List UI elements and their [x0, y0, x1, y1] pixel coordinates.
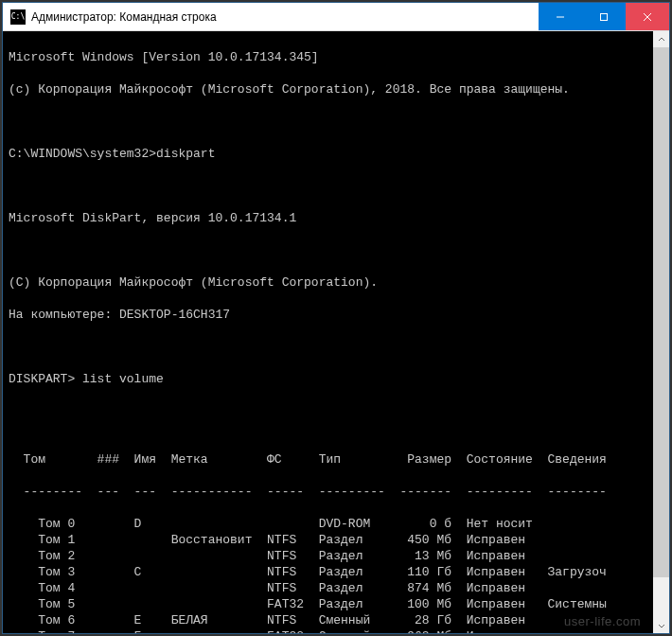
maximize-icon	[599, 12, 609, 22]
scroll-up-button[interactable]	[653, 31, 669, 47]
titlebar[interactable]: C:\ Администратор: Командная строка	[3, 3, 669, 31]
vertical-scrollbar[interactable]	[653, 31, 669, 633]
window-title: Администратор: Командная строка	[31, 10, 539, 24]
prompt-line: DISKPART> list volume	[9, 371, 662, 387]
blank-line	[9, 339, 662, 355]
close-button[interactable]	[626, 3, 669, 30]
chevron-down-icon	[658, 622, 665, 629]
table-row: Том 5 FAT32 Раздел 100 Мб Исправен Систе…	[9, 596, 662, 612]
table-row: Том 4 NTFS Раздел 874 Мб Исправен	[9, 580, 662, 596]
table-row: Том 3 C NTFS Раздел 110 Гб Исправен Загр…	[9, 564, 662, 580]
app-icon: C:\	[10, 9, 26, 25]
watermark: user-life.com	[564, 613, 641, 629]
output-line: Microsoft DiskPart, версия 10.0.17134.1	[9, 210, 662, 226]
blank-line	[9, 242, 662, 258]
minimize-icon	[556, 12, 565, 22]
volume-table: Том ### Имя Метка ФС Тип Размер Состояни…	[9, 435, 662, 633]
table-row: Том 1 Восстановит NTFS Раздел 450 Мб Исп…	[9, 532, 662, 548]
table-divider: -------- --- --- ----------- ----- -----…	[9, 484, 662, 500]
window-frame: C:\ Администратор: Командная строка Micr…	[2, 2, 670, 634]
terminal-output[interactable]: Microsoft Windows [Version 10.0.17134.34…	[3, 31, 669, 633]
scrollbar-thumb[interactable]	[653, 47, 669, 577]
blank-line	[9, 403, 662, 419]
blank-line	[9, 178, 662, 194]
scrollbar-track[interactable]	[653, 47, 669, 617]
diskpart-prompt: DISKPART>	[9, 372, 82, 386]
scroll-down-button[interactable]	[653, 617, 669, 633]
output-line: (с) Корпорация Майкрософт (Microsoft Cor…	[9, 81, 662, 97]
command-text: list volume	[82, 372, 164, 386]
table-row: Том 0 D DVD-ROM 0 б Нет носит	[9, 516, 662, 532]
chevron-up-icon	[658, 36, 665, 44]
minimize-button[interactable]	[539, 3, 582, 30]
table-header: Том ### Имя Метка ФС Тип Размер Состояни…	[9, 451, 662, 468]
table-row: Том 2 NTFS Раздел 13 Мб Исправен	[9, 548, 662, 564]
output-line: (C) Корпорация Майкрософт (Microsoft Cor…	[9, 274, 662, 291]
output-line: На компьютере: DESKTOP-16CH317	[9, 307, 662, 323]
output-line: Microsoft Windows [Version 10.0.17134.34…	[9, 49, 662, 65]
prompt-line: C:\WINDOWS\system32>diskpart	[9, 146, 662, 162]
blank-line	[9, 114, 662, 130]
window-controls	[539, 3, 669, 30]
maximize-button[interactable]	[582, 3, 626, 30]
prompt: C:\WINDOWS\system32>	[9, 147, 156, 161]
close-icon	[643, 12, 652, 22]
command-text: diskpart	[156, 147, 215, 161]
svg-rect-1	[601, 13, 608, 20]
